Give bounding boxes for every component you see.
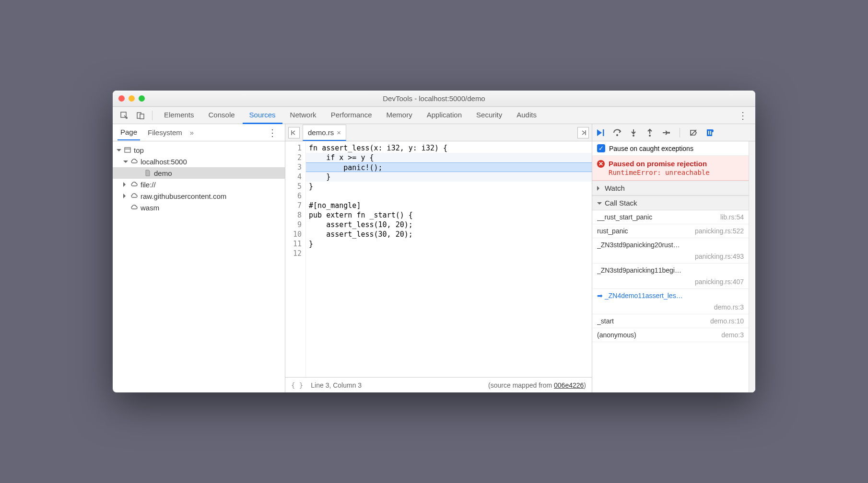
deactivate-breakpoints-button[interactable] <box>689 128 698 138</box>
tab-console[interactable]: Console <box>202 107 242 124</box>
inspect-element-icon[interactable] <box>117 109 131 122</box>
tab-application[interactable]: Application <box>420 107 469 124</box>
stack-frame[interactable]: (anonymous) demo:3 <box>592 328 749 342</box>
svg-rect-7 <box>603 129 604 136</box>
scrollbar[interactable] <box>749 141 755 392</box>
tree-item-demo[interactable]: demo <box>113 167 285 179</box>
step-into-button[interactable] <box>629 128 638 138</box>
code-line: assert_less(30, 20); <box>306 230 592 239</box>
current-exec-line: panic!(); <box>306 162 592 172</box>
source-map-link[interactable]: 006e4226 <box>554 381 584 389</box>
tab-security[interactable]: Security <box>469 107 509 124</box>
navigator-tab-filesystem[interactable]: Filesystem <box>145 125 185 140</box>
navigator-tabs: Page Filesystem » ⋮ <box>113 124 285 141</box>
code-content: fn assert_less(x: i32, y: i32) { if x >=… <box>306 141 592 377</box>
callstack-list: __rust_start_panic lib.rs:54 rust_panic … <box>592 210 749 342</box>
separator <box>152 111 152 120</box>
tab-elements[interactable]: Elements <box>157 107 201 124</box>
editor-tab-demo[interactable]: demo.rs × <box>303 125 346 141</box>
debugger-toolbar <box>592 124 755 141</box>
code-line <box>306 249 592 258</box>
stack-frame[interactable]: _start demo.rs:10 <box>592 314 749 328</box>
device-toolbar-icon[interactable] <box>134 109 147 122</box>
cloud-icon <box>130 157 139 166</box>
resume-button[interactable] <box>596 128 606 138</box>
nav-forward-icon[interactable] <box>577 127 589 138</box>
cursor-position: Line 3, Column 3 <box>311 381 362 389</box>
more-navigator-tabs-icon[interactable]: » <box>190 128 194 137</box>
code-editor[interactable]: 123456789101112 fn assert_less(x: i32, y… <box>285 141 592 377</box>
stack-loc: panicking.rs:522 <box>695 227 744 235</box>
tree-item-wasm[interactable]: wasm <box>113 202 285 213</box>
disclosure-triangle-icon <box>597 202 602 207</box>
stack-loc: demo:3 <box>721 331 744 339</box>
svg-point-14 <box>668 132 670 134</box>
stack-frame[interactable]: _ZN3std9panicking11begin_pa… panicking.r… <box>592 264 749 289</box>
file-icon <box>143 169 152 177</box>
navigator-menu-icon[interactable]: ⋮ <box>265 127 280 138</box>
code-line: assert_less(10, 20); <box>306 220 592 230</box>
debugger-content: ✓ Pause on caught exceptions ✕ Paused on… <box>592 141 749 392</box>
editor-tabbar: demo.rs × <box>285 124 592 141</box>
tab-memory[interactable]: Memory <box>380 107 419 124</box>
stack-frame[interactable]: rust_panic panicking.rs:522 <box>592 224 749 238</box>
step-out-button[interactable] <box>645 128 655 138</box>
code-line: } <box>306 239 592 249</box>
callstack-section-header[interactable]: Call Stack <box>592 196 749 210</box>
code-line: fn assert_less(x: i32, y: i32) { <box>306 143 592 153</box>
disclosure-triangle-icon[interactable] <box>117 149 121 154</box>
svg-point-10 <box>633 135 634 137</box>
stack-fn: _ZN3std9panicking20rust_pani… <box>597 241 683 249</box>
code-line: } <box>306 182 592 191</box>
checkbox-checked-icon[interactable]: ✓ <box>597 144 605 152</box>
tree-item-top[interactable]: top <box>113 144 285 156</box>
debugger-pane: ✓ Pause on caught exceptions ✕ Paused on… <box>592 124 755 392</box>
minimize-window-button[interactable] <box>129 95 135 102</box>
tab-sources[interactable]: Sources <box>243 107 282 124</box>
stack-fn: _start <box>597 317 614 325</box>
svg-rect-16 <box>708 131 709 135</box>
callstack-label: Call Stack <box>605 199 637 207</box>
disclosure-triangle-icon <box>597 186 602 191</box>
disclosure-triangle-icon[interactable] <box>123 194 128 198</box>
disclosure-triangle-icon[interactable] <box>123 161 128 165</box>
nav-back-icon[interactable] <box>288 127 300 138</box>
svg-rect-2 <box>140 114 144 119</box>
more-menu-icon[interactable]: ⋮ <box>735 110 751 121</box>
navigator-tab-page[interactable]: Page <box>117 125 140 140</box>
cloud-icon <box>130 192 139 200</box>
tab-audits[interactable]: Audits <box>510 107 543 124</box>
close-window-button[interactable] <box>118 95 125 102</box>
close-tab-icon[interactable]: × <box>337 128 341 137</box>
tree-item-raw-github[interactable]: raw.githubusercontent.com <box>113 190 285 202</box>
pause-on-exceptions-button[interactable] <box>705 128 715 138</box>
code-line: if x >= y { <box>306 153 592 162</box>
pause-reason-detail: RuntimeError: unreachable <box>597 169 744 176</box>
window-title: DevTools - localhost:5000/demo <box>118 94 750 103</box>
stack-loc: panicking.rs:407 <box>695 278 744 286</box>
step-over-button[interactable] <box>612 128 622 138</box>
file-tab-label: demo.rs <box>308 128 334 137</box>
tree-item-file-scheme[interactable]: file:// <box>113 179 285 190</box>
source-map-info: (source mapped from 006e4226) <box>488 381 586 389</box>
panel-tabs: Elements Console Sources Network Perform… <box>157 107 732 124</box>
frame-icon <box>123 146 132 154</box>
watch-section-header[interactable]: Watch <box>592 181 749 196</box>
stack-frame[interactable]: _ZN3std9panicking20rust_pani… panicking.… <box>592 238 749 264</box>
tree-label: raw.githubusercontent.com <box>141 192 226 200</box>
stack-frame[interactable]: __rust_start_panic lib.rs:54 <box>592 210 749 224</box>
step-button[interactable] <box>661 128 671 138</box>
tree-item-host[interactable]: localhost:5000 <box>113 156 285 167</box>
zoom-window-button[interactable] <box>139 95 145 102</box>
pause-on-caught-row[interactable]: ✓ Pause on caught exceptions <box>592 141 749 156</box>
tree-label: localhost:5000 <box>141 158 187 166</box>
tab-performance[interactable]: Performance <box>324 107 379 124</box>
stack-frame-current[interactable]: ➡_ZN4demo11assert_less17hc8… demo.rs:3 <box>592 289 749 314</box>
code-line: } <box>306 172 592 182</box>
pretty-print-icon[interactable]: { } <box>291 381 303 389</box>
cloud-icon <box>130 203 139 212</box>
svg-rect-17 <box>710 131 711 135</box>
editor-statusbar: { } Line 3, Column 3 (source mapped from… <box>285 377 592 392</box>
disclosure-triangle-icon[interactable] <box>123 182 128 187</box>
tab-network[interactable]: Network <box>283 107 323 124</box>
